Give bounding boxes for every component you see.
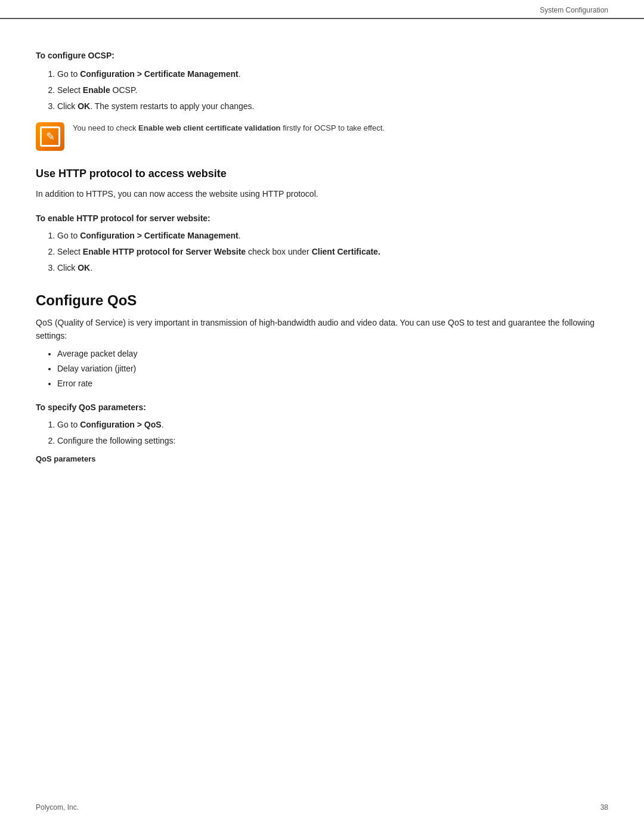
qos-step-1: Go to Configuration > QoS. [57, 419, 608, 431]
configure-ocsp-heading: To configure OCSP: [36, 49, 608, 62]
enable-http-steps: Go to Configuration > Certificate Manage… [57, 230, 608, 274]
qos-bullet-2: Delay variation (jitter) [57, 363, 608, 375]
qos-bullet-list: Average packet delay Delay variation (ji… [57, 348, 608, 390]
page: System Configuration To configure OCSP: … [0, 0, 644, 833]
http-step-3: Click OK. [57, 262, 608, 274]
header-bar: System Configuration [0, 0, 644, 19]
qos-table-heading: QoS parameters [36, 453, 608, 466]
http-step-3-bold: OK [78, 263, 90, 272]
use-http-section: Use HTTP protocol to access website In a… [36, 165, 608, 274]
footer: Polycom, Inc. 38 [0, 803, 644, 812]
note-text: You need to check Enable web client cert… [73, 122, 385, 134]
content: To configure OCSP: Go to Configuration >… [0, 19, 644, 506]
http-step-2-bold2: Client Certificate. [312, 247, 380, 256]
configure-ocsp-section: To configure OCSP: Go to Configuration >… [36, 49, 608, 151]
configure-qos-title: Configure QoS [36, 292, 608, 309]
qos-bullet-1: Average packet delay [57, 348, 608, 360]
configure-qos-section: Configure QoS QoS (Quality of Service) i… [36, 292, 608, 466]
note-icon [36, 122, 64, 151]
qos-description: QoS (Quality of Service) is very importa… [36, 316, 608, 343]
ocsp-step-2-bold: Enable [83, 85, 110, 95]
http-step-2-bold1: Enable HTTP protocol for Server Website [83, 247, 246, 256]
ocsp-step-1: Go to Configuration > Certificate Manage… [57, 68, 608, 80]
footer-right: 38 [600, 803, 608, 812]
note-box: You need to check Enable web client cert… [36, 122, 608, 151]
footer-left: Polycom, Inc. [36, 803, 79, 812]
qos-step-2: Configure the following settings: [57, 435, 608, 447]
use-http-description: In addition to HTTPS, you can now access… [36, 187, 608, 200]
http-step-2: Select Enable HTTP protocol for Server W… [57, 246, 608, 258]
use-http-title: Use HTTP protocol to access website [36, 165, 608, 182]
ocsp-step-2: Select Enable OCSP. [57, 84, 608, 97]
qos-steps: Go to Configuration > QoS. Configure the… [57, 419, 608, 447]
ocsp-step-3-bold: OK [78, 101, 90, 111]
qos-params-heading: To specify QoS parameters: [36, 401, 608, 414]
http-step-1-bold: Configuration > Certificate Management [80, 231, 239, 240]
ocsp-step-3: Click OK. The system restarts to apply y… [57, 100, 608, 113]
enable-http-heading: To enable HTTP protocol for server websi… [36, 212, 608, 225]
ocsp-step-1-bold: Configuration > Certificate Management [80, 69, 239, 79]
note-bold: Enable web client certificate validation [138, 123, 280, 132]
qos-bullet-3: Error rate [57, 377, 608, 390]
header-title: System Configuration [540, 6, 608, 14]
configure-ocsp-steps: Go to Configuration > Certificate Manage… [57, 68, 608, 113]
http-step-1: Go to Configuration > Certificate Manage… [57, 230, 608, 242]
qos-step-1-bold: Configuration > QoS [80, 420, 162, 429]
